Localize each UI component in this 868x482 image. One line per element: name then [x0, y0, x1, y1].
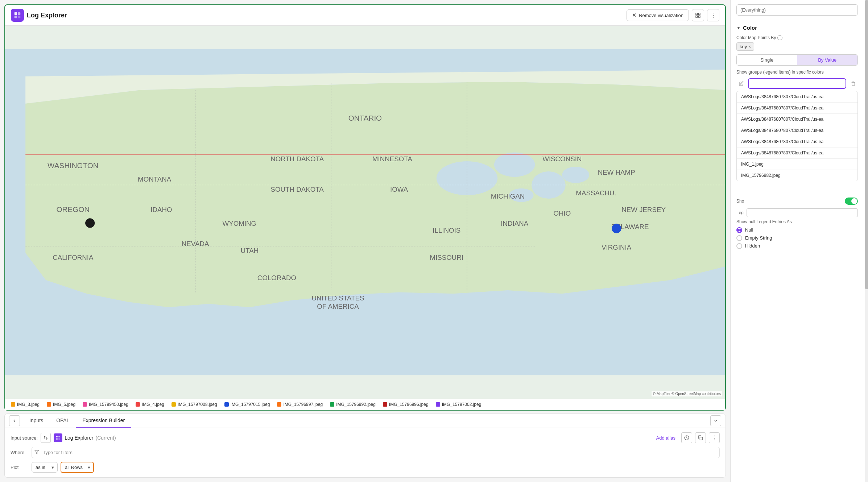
radio-null[interactable]: Null [736, 227, 858, 233]
dropdown-item-1[interactable]: AWSLogs/384876807807/CloudTrail/us-ea [737, 91, 857, 103]
legend-entry-row: Leg [736, 208, 858, 217]
color-section-header[interactable]: ▼ Color [736, 25, 858, 31]
swap-source-button[interactable] [41, 433, 51, 443]
legend-item-img15797008: IMG_15797008.jpeg [171, 402, 217, 407]
legend-color-img15797015 [224, 402, 229, 407]
radio-empty-string[interactable]: Empty String [736, 235, 858, 241]
svg-text:WYOMING: WYOMING [223, 220, 257, 227]
svg-rect-50 [56, 438, 58, 440]
svg-rect-1 [18, 12, 20, 15]
svg-point-10 [494, 153, 535, 177]
color-section-chevron: ▼ [736, 25, 741, 30]
all-rows-select[interactable]: all Rows top 10 top 100 [61, 462, 94, 473]
svg-text:NEW JERSEY: NEW JERSEY [621, 206, 666, 214]
input-source-label: Input source: [11, 435, 38, 441]
dropdown-item-img1[interactable]: IMG_1.jpeg [737, 159, 857, 170]
share-icon-button[interactable] [692, 9, 704, 21]
tab-expand-button[interactable] [710, 415, 721, 426]
clock-button[interactable] [681, 432, 692, 443]
filter-input-wrap [32, 447, 720, 458]
svg-text:ILLINOIS: ILLINOIS [433, 227, 460, 234]
color-section-label: Color [743, 25, 757, 31]
legend-label-img15796992: IMG_15796992.jpeg [336, 402, 376, 407]
copy-button[interactable] [695, 432, 706, 443]
legend-item-img3: IMG_3.jpeg [11, 402, 40, 407]
radio-hidden-label: Hidden [745, 243, 760, 249]
toggle-single-button[interactable]: Single [737, 55, 797, 65]
legend-color-img4 [136, 402, 140, 407]
legend-label-img15797002: IMG_15797002.jpeg [442, 402, 481, 407]
legend-color-img15796997 [277, 402, 281, 407]
remove-visualization-button[interactable]: ✕ Remove visualization [627, 9, 689, 21]
legend-label-text: Leg [736, 210, 744, 215]
svg-text:SOUTH DAKOTA: SOUTH DAKOTA [270, 186, 324, 193]
dropdown-item-4[interactable]: AWSLogs/384876807807/CloudTrail/us-ea [737, 125, 857, 136]
tab-inputs[interactable]: Inputs [23, 414, 50, 428]
key-tag-remove[interactable]: × [748, 44, 751, 49]
info-icon[interactable]: i [777, 35, 782, 40]
dropdown-item-6[interactable]: AWSLogs/384876807807/CloudTrail/us-ea [737, 147, 857, 159]
scrollbar-thumb[interactable] [865, 0, 868, 289]
legend-label-input[interactable] [747, 208, 858, 217]
right-sidebar: ▼ Color Color Map Points By i key × Sing… [730, 0, 868, 482]
toggle-by-value-button[interactable]: By Value [797, 55, 858, 65]
radio-hidden[interactable]: Hidden [736, 243, 858, 249]
legend-label-img3: IMG_3.jpeg [17, 402, 40, 407]
dropdown-item-img15796982[interactable]: IMG_15796982.jpeg [737, 170, 857, 181]
panel-toggle-button[interactable] [9, 415, 20, 426]
key-tag: key × [736, 42, 754, 51]
legend-item-img15796996: IMG_15796996.jpeg [383, 402, 429, 407]
plot-select[interactable]: as is count sum avg [32, 462, 58, 473]
legend-color-img15797008 [171, 402, 176, 407]
legend-color-img5 [47, 402, 51, 407]
pencil-button[interactable] [736, 79, 746, 88]
svg-text:INDIANA: INDIANA [501, 220, 528, 227]
color-input-row [736, 78, 858, 89]
source-current: (Current) [96, 435, 116, 441]
legend-item-img4: IMG_4.jpeg [136, 402, 164, 407]
where-label: Where [11, 450, 29, 455]
key-tag-text: key [740, 44, 747, 49]
add-alias-button[interactable]: Add alias [653, 434, 678, 442]
svg-rect-6 [698, 16, 700, 17]
svg-rect-48 [56, 436, 58, 437]
svg-rect-3 [18, 16, 20, 18]
color-text-input[interactable] [748, 78, 846, 89]
legend-item-img5: IMG_5.jpeg [47, 402, 75, 407]
x-icon: ✕ [632, 12, 637, 18]
source-more-button[interactable]: ⋮ [709, 432, 720, 443]
show-toggle-row: Sho [736, 198, 858, 205]
svg-text:CALIFORNIA: CALIFORNIA [53, 254, 94, 261]
radio-empty-circle [736, 235, 742, 241]
legend-item-img15796992: IMG_15796992.jpeg [330, 402, 376, 407]
legend-label-img15799450: IMG_15799450.jpeg [89, 402, 128, 407]
legend-color-img15796996 [383, 402, 387, 407]
svg-rect-7 [696, 16, 698, 17]
svg-text:IDAHO: IDAHO [150, 206, 172, 214]
map-attribution: © MapTiler © OpenStreetMap contributors [652, 391, 722, 396]
trash-button[interactable] [848, 79, 858, 88]
radio-empty-label: Empty String [745, 235, 772, 241]
scrollbar-track[interactable] [865, 0, 868, 482]
dropdown-item-3[interactable]: AWSLogs/384876807807/CloudTrail/us-ea [737, 114, 857, 125]
svg-point-46 [85, 218, 95, 228]
svg-text:UTAH: UTAH [241, 247, 259, 254]
map-legend: IMG_3.jpeg IMG_5.jpeg IMG_15799450.jpeg … [5, 399, 725, 410]
everything-input[interactable] [736, 4, 858, 16]
legend-color-img15799450 [83, 402, 87, 407]
radio-hidden-circle [736, 243, 742, 249]
color-dropdown-list: AWSLogs/384876807807/CloudTrail/us-ea AW… [736, 91, 858, 181]
more-options-button[interactable]: ⋮ [707, 9, 719, 21]
filter-icon [34, 450, 39, 456]
tab-expression-builder[interactable]: Expression Builder [76, 414, 131, 428]
svg-text:VIRGINIA: VIRGINIA [602, 244, 632, 251]
legend-item-img15799450: IMG_15799450.jpeg [83, 402, 128, 407]
filter-input[interactable] [32, 447, 720, 458]
source-app-icon [54, 433, 62, 442]
dropdown-item-2[interactable]: AWSLogs/384876807807/CloudTrail/us-ea [737, 103, 857, 114]
tab-opal[interactable]: OPAL [50, 414, 76, 428]
dropdown-item-5[interactable]: AWSLogs/384876807807/CloudTrail/us-ea [737, 136, 857, 147]
svg-text:IOWA: IOWA [390, 186, 408, 193]
toggle-switch[interactable] [845, 198, 858, 205]
sidebar-content: ▼ Color Color Map Points By i key × Sing… [731, 0, 868, 482]
